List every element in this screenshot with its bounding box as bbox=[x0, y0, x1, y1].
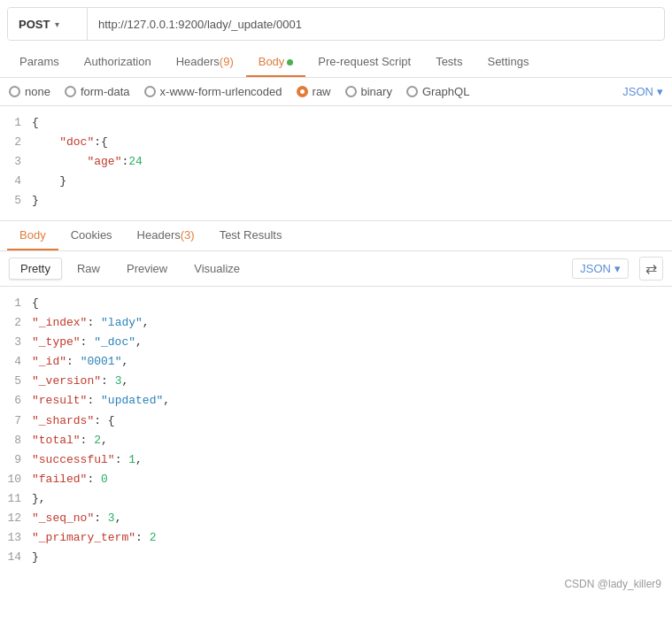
response-code-line: 4 "_id": "0001", bbox=[0, 352, 672, 372]
radio-circle-raw bbox=[297, 86, 308, 97]
response-code-line: 14} bbox=[0, 548, 672, 567]
format-raw[interactable]: Raw bbox=[66, 258, 112, 280]
radio-form-data[interactable]: form-data bbox=[65, 85, 130, 98]
radio-inner-raw bbox=[300, 89, 305, 94]
url-input[interactable] bbox=[88, 18, 664, 31]
chevron-down-icon: ▾ bbox=[55, 19, 59, 29]
tab-authorization[interactable]: Authorization bbox=[72, 48, 164, 77]
radio-raw[interactable]: raw bbox=[297, 85, 331, 98]
url-bar: POST ▾ bbox=[7, 7, 665, 41]
res-tab-body[interactable]: Body bbox=[7, 221, 58, 250]
response-code-line: 5 "_version": 3, bbox=[0, 372, 672, 391]
format-preview[interactable]: Preview bbox=[115, 258, 179, 280]
response-code-line: 11 }, bbox=[0, 489, 672, 509]
req-line-3: 3 "age":24 bbox=[0, 152, 672, 172]
response-code-line: 9 "successful": 1, bbox=[0, 450, 672, 470]
response-code-line: 8 "total": 2, bbox=[0, 431, 672, 450]
tab-tests[interactable]: Tests bbox=[423, 48, 475, 77]
watermark: CSDN @lady_killer9 bbox=[0, 574, 672, 594]
format-pretty[interactable]: Pretty bbox=[9, 258, 62, 280]
response-code-line: 13 "_primary_term": 2 bbox=[0, 528, 672, 548]
body-type-bar: none form-data x-www-form-urlencoded raw… bbox=[0, 78, 672, 106]
res-tab-headers[interactable]: Headers(3) bbox=[125, 221, 207, 250]
tab-headers[interactable]: Headers(9) bbox=[164, 48, 246, 77]
response-code-line: 2 "_index": "lady", bbox=[0, 313, 672, 333]
radio-circle-none bbox=[9, 86, 20, 97]
response-code-line: 1{ bbox=[0, 294, 672, 313]
wrap-lines-icon[interactable]: ⇄ bbox=[639, 257, 663, 281]
tab-prerequest[interactable]: Pre-request Script bbox=[305, 48, 423, 77]
req-line-2: 2 "doc":{ bbox=[0, 133, 672, 152]
method-selector[interactable]: POST ▾ bbox=[8, 8, 88, 40]
radio-circle-binary bbox=[345, 86, 357, 97]
req-line-4: 4 } bbox=[0, 172, 672, 191]
body-active-dot bbox=[287, 59, 293, 65]
json-type-selector[interactable]: JSON ▾ bbox=[622, 85, 663, 98]
request-code-area: 1 { 2 "doc":{ 3 "age":24 4 } 5 } bbox=[0, 106, 672, 221]
response-code-line: 12 "_seq_no": 3, bbox=[0, 509, 672, 528]
tab-body[interactable]: Body bbox=[246, 48, 306, 77]
res-tab-cookies[interactable]: Cookies bbox=[58, 221, 125, 250]
response-code-line: 7 "_shards": { bbox=[0, 411, 672, 431]
response-code-area: 1{2 "_index": "lady",3 "_type": "_doc",4… bbox=[0, 287, 672, 574]
radio-urlencoded[interactable]: x-www-form-urlencoded bbox=[144, 85, 282, 98]
radio-graphql[interactable]: GraphQL bbox=[406, 85, 469, 98]
req-line-1: 1 { bbox=[0, 113, 672, 133]
radio-circle-urlencoded bbox=[144, 86, 156, 97]
response-tabs: Body Cookies Headers(3) Test Results bbox=[0, 221, 672, 251]
radio-binary[interactable]: binary bbox=[345, 85, 392, 98]
request-tabs: Params Authorization Headers(9) Body Pre… bbox=[0, 48, 672, 78]
response-code-line: 6 "result": "updated", bbox=[0, 391, 672, 411]
response-format-bar: Pretty Raw Preview Visualize JSON ▾ ⇄ bbox=[0, 251, 672, 287]
method-label: POST bbox=[19, 18, 50, 31]
radio-circle-graphql bbox=[406, 86, 418, 97]
chevron-down-icon: ▾ bbox=[657, 85, 663, 98]
response-json-selector[interactable]: JSON ▾ bbox=[572, 258, 629, 279]
radio-circle-form-data bbox=[65, 86, 76, 97]
response-code-line: 3 "_type": "_doc", bbox=[0, 333, 672, 352]
chevron-down-icon: ▾ bbox=[614, 262, 621, 275]
format-visualize[interactable]: Visualize bbox=[182, 258, 251, 280]
tab-settings[interactable]: Settings bbox=[475, 48, 541, 77]
res-tab-test-results[interactable]: Test Results bbox=[207, 221, 295, 250]
radio-none[interactable]: none bbox=[9, 85, 50, 98]
tab-params[interactable]: Params bbox=[7, 48, 72, 77]
response-code-line: 10 "failed": 0 bbox=[0, 470, 672, 489]
req-line-5: 5 } bbox=[0, 191, 672, 211]
